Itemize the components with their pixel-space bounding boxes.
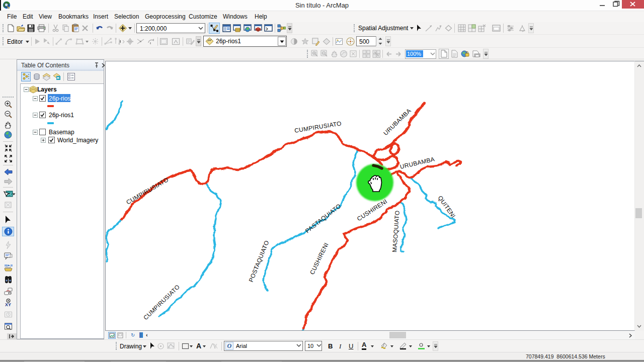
svg-text:POSTAQUIATO: POSTAQUIATO — [248, 239, 271, 283]
svg-text:XY: XY — [5, 302, 11, 307]
svg-text:PASTAQUIATO: PASTAQUIATO — [304, 203, 342, 235]
svg-text:CUMPIRUSIATO: CUMPIRUSIATO — [125, 176, 170, 206]
svg-text:MASOQUIATO: MASOQUIATO — [391, 210, 401, 252]
svg-text:O: O — [227, 342, 232, 349]
svg-text:CUSHIRENI: CUSHIRENI — [356, 198, 388, 222]
svg-text:URUBAMBA: URUBAMBA — [382, 107, 412, 137]
svg-text:URUBAMBA: URUBAMBA — [399, 155, 436, 170]
